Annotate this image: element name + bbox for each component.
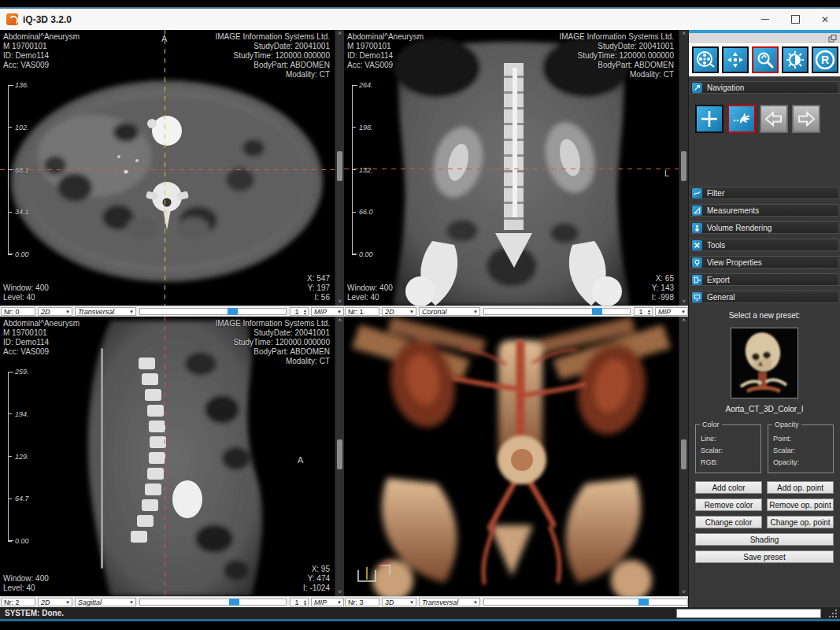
window-level-info: Window: 400Level: 40 [347, 284, 393, 302]
hand-nav-button[interactable] [727, 105, 756, 133]
change-op-point-button[interactable]: Change op. point [767, 516, 834, 528]
thickness-spinner[interactable]: 1▲▼ [634, 307, 653, 316]
orientation-marker: A [161, 34, 167, 43]
chevron-down-icon: ▼ [335, 600, 342, 605]
viewport-grid: Abdominal^AneurysmM 19700101 ID: Demo114… [0, 30, 688, 607]
cine-button[interactable] [692, 46, 719, 73]
back-button[interactable] [760, 105, 788, 133]
cursor-position-info: X: 547Y: 197I: 56 [307, 274, 330, 302]
remove-color-button[interactable]: Remove color [695, 498, 762, 511]
view-properties-icon [692, 258, 702, 268]
scroll-down-icon[interactable]: ˅ [335, 298, 344, 306]
volume-rendering-icon [692, 223, 702, 233]
projection-select[interactable]: MIP▼ [311, 598, 344, 606]
crosshair-nav-button[interactable] [695, 105, 723, 133]
color-rgb-label: RGB: [701, 457, 760, 469]
window-level-button[interactable] [782, 46, 809, 73]
scroll-up-icon[interactable]: ˄ [335, 317, 344, 324]
scale-ruler: 259. 194. 129. 64.7 0.00 [8, 372, 43, 541]
study-info: IMAGE Information Systems Ltd.StudyDate:… [559, 32, 674, 80]
pan-button[interactable] [722, 46, 749, 73]
chevron-down-icon: ▼ [63, 309, 70, 314]
slice-slider[interactable] [139, 598, 287, 606]
viewport-number: Nr: 2 [1, 598, 35, 606]
plane-select[interactable]: Sagittal▼ [75, 598, 136, 606]
magnifier-hand-icon [756, 50, 775, 69]
rotation-slider[interactable] [483, 598, 688, 606]
crosshair-horizontal-line [0, 169, 335, 170]
dimension-select[interactable]: 3D▼ [382, 598, 416, 606]
pin-icon[interactable] [828, 35, 837, 43]
section-header-tools[interactable]: Tools [690, 239, 839, 251]
slice-slider[interactable] [483, 308, 631, 315]
window-bottom-border [0, 619, 840, 621]
forward-button[interactable] [792, 105, 820, 133]
resize-grip-icon[interactable] [829, 610, 837, 617]
section-header-view-properties[interactable]: View Properties [690, 256, 839, 269]
section-header-navigation[interactable]: Navigation [690, 81, 839, 94]
sidebar: R Navigation [688, 30, 840, 607]
zoom-button[interactable] [752, 46, 779, 73]
plane-select[interactable]: Coronal▼ [419, 307, 480, 316]
thickness-spinner[interactable]: 1▲▼ [290, 598, 309, 606]
preset-skull-image [731, 328, 796, 396]
scroll-up-icon[interactable]: ˄ [679, 317, 688, 324]
spin-down-icon: ▼ [647, 312, 651, 315]
scroll-up-icon[interactable]: ˄ [679, 30, 688, 38]
status-bar: SYSTEM: Done. [0, 607, 840, 619]
close-button[interactable]: ✕ [810, 9, 840, 30]
reset-button[interactable]: R [812, 46, 838, 73]
viewport-sagittal[interactable]: Abdominal^AneurysmM 19700101 ID: Demo114… [0, 317, 335, 596]
section-header-volume-rendering[interactable]: Volume Rendering [690, 221, 839, 234]
section-header-general[interactable]: General [690, 291, 839, 303]
dimension-select[interactable]: 2D▼ [382, 307, 416, 316]
add-op-point-button[interactable]: Add op. point [767, 481, 834, 494]
shading-button[interactable]: Shading [695, 533, 834, 546]
navigation-icon [692, 83, 702, 93]
remove-op-point-button[interactable]: Remove op. point [767, 498, 834, 511]
slice-slider[interactable] [139, 308, 287, 315]
section-header-filter[interactable]: Filter [690, 187, 839, 199]
viewport-controls-3: Nr: 3 3D▼ Transversal▼ [344, 596, 688, 607]
scroll-up-icon[interactable]: ˄ [335, 30, 344, 38]
crosshair-horizontal-line [344, 169, 679, 169]
grab-hand-icon [732, 109, 751, 128]
status-message: SYSTEM: Done. [5, 609, 64, 617]
thickness-spinner[interactable]: 1▲▼ [290, 307, 309, 316]
minimize-button[interactable] [750, 9, 780, 30]
maximize-button[interactable] [780, 9, 810, 30]
section-header-export[interactable]: Export [690, 273, 839, 286]
add-color-button[interactable]: Add color [695, 481, 762, 494]
preset-name: Aorta_CT_3D_Color_I [695, 405, 834, 413]
crosshair-vertical-line [165, 30, 165, 306]
scroll-down-icon[interactable]: ˅ [335, 588, 344, 596]
move-arrows-icon [726, 50, 745, 69]
change-color-button[interactable]: Change color [695, 516, 762, 528]
plane-select[interactable]: Transversal▼ [75, 307, 136, 316]
preset-prompt: Select a new preset: [695, 311, 834, 320]
scroll-down-icon[interactable]: ˅ [679, 588, 688, 596]
section-header-measurements[interactable]: Measurements [690, 204, 839, 217]
color-scalar-label: Scalar: [701, 445, 760, 457]
viewport-scrollbar[interactable]: ˄˅ [679, 30, 688, 306]
viewport-3d[interactable] [344, 317, 679, 596]
viewport-scrollbar[interactable]: ˄˅ [335, 30, 344, 306]
projection-select[interactable]: MIP▼ [311, 307, 344, 316]
dimension-select[interactable]: 2D▼ [38, 598, 72, 606]
viewport-transversal[interactable]: Abdominal^AneurysmM 19700101 ID: Demo114… [0, 30, 335, 306]
preset-thumbnail[interactable] [731, 328, 798, 398]
scroll-down-icon[interactable]: ˅ [679, 298, 688, 306]
window-title: iQ-3D 3.2.0 [23, 14, 72, 25]
measurements-icon [692, 206, 702, 216]
viewport-scrollbar[interactable]: ˄˅ [679, 317, 688, 596]
study-info: IMAGE Information Systems Ltd.StudyDate:… [215, 32, 330, 80]
plane-select[interactable]: Transversal▼ [419, 598, 480, 606]
viewport-coronal[interactable]: Abdominal^AneurysmM 19700101 ID: Demo114… [344, 30, 679, 306]
brightness-contrast-icon [786, 50, 805, 69]
save-preset-button[interactable]: Save preset [695, 550, 834, 563]
viewport-scrollbar[interactable]: ˄˅ [335, 317, 344, 596]
back-arrow-icon [764, 109, 784, 128]
projection-select[interactable]: MIP▼ [655, 307, 688, 316]
dimension-select[interactable]: 2D▼ [38, 307, 72, 316]
scale-ruler: 136. 102. 68.1 34.1 0.00 [8, 85, 43, 254]
